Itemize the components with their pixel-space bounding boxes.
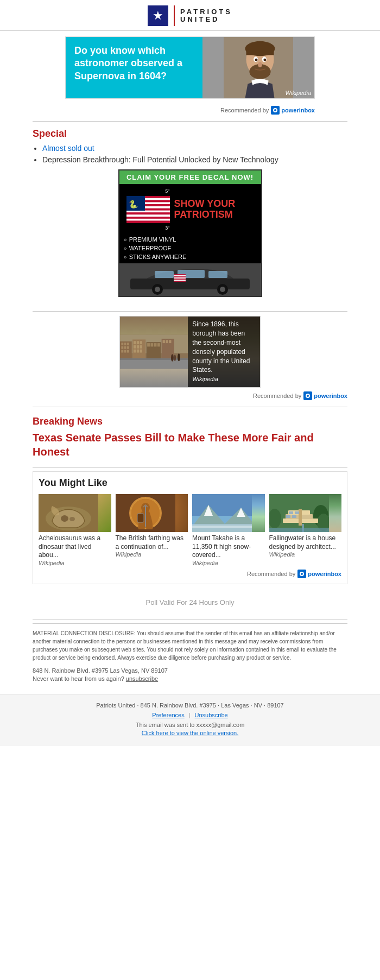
footer-preferences-link[interactable]: Preferences [152,712,184,718]
might-like-desc-3: Mount Takahe is a 11,350 ft high snow-co… [192,534,265,560]
svg-point-72 [171,354,174,361]
svg-point-78 [69,517,75,521]
svg-rect-43 [124,343,126,345]
might-like-item-3[interactable]: Mount Takahe is a 11,350 ft high snow-co… [192,494,265,566]
top-ad-text-area: Do you know which astronomer observed a … [66,37,202,98]
svg-rect-67 [163,340,165,343]
svg-rect-57 [140,345,142,349]
special-title: Special [33,128,347,140]
might-like-source-3: Wikipedia [192,560,265,566]
decal-ad[interactable]: CLAIM YOUR FREE DECAL NOW! 5" [33,169,347,297]
disclosure-unsub-link[interactable]: unsubscribe [126,675,158,682]
svg-rect-44 [127,343,129,345]
top-ad-banner[interactable]: Do you know which astronomer observed a … [65,36,315,99]
header: ★ PATRIOTS UNITED [0,0,380,31]
decal-flag-area: 5" [124,188,170,231]
decal-feature-3: STICKS ANYWHERE [124,252,257,261]
recommended-text: Recommended by [220,107,269,113]
svg-rect-55 [134,345,136,349]
divider-3 [33,407,347,407]
breaking-news-link[interactable]: Texas Senate Passes Bill to Make These M… [33,432,314,458]
might-like-title: You Might Like [39,477,341,489]
footer-unsubscribe-link[interactable]: Unsubscribe [195,712,228,718]
svg-rect-46 [124,346,126,349]
special-link-1[interactable]: Almost sold out [42,144,94,153]
svg-rect-22 [126,219,170,221]
svg-rect-49 [124,350,126,353]
svg-point-32 [155,287,160,292]
house-illustration [269,494,329,532]
footer-brand-line: Patriots United · 845 N. Rainbow Blvd. #… [33,702,347,709]
borough-caption: Since 1896, this borough has been the se… [188,317,260,387]
borough-powerinbox-text: powerinbox [314,393,347,399]
might-like-img-1 [39,494,111,532]
svg-rect-4 [246,49,274,55]
svg-point-86 [154,500,155,502]
svg-point-85 [144,497,146,499]
borough-ad[interactable]: Since 1896, this borough has been the se… [0,316,380,388]
might-like-source-2: Wikipedia [116,551,188,558]
decal-size-bottom: 3" [165,225,169,231]
decal-size-top: 5" [165,188,169,194]
svg-point-87 [159,508,161,510]
svg-rect-38 [174,280,186,281]
disclosure-text: MATERIAL CONNECTION DISCLOSURE: You shou… [33,629,347,662]
star-box: ★ [148,5,168,26]
might-like-item-2[interactable]: The British farthing was a continuation … [116,494,188,566]
borough-powerinbox-icon [303,391,312,400]
svg-rect-54 [140,341,142,344]
svg-rect-45 [121,346,123,349]
borough-illustration [120,317,188,387]
svg-text:🐍: 🐍 [129,200,138,209]
breaking-news-headline[interactable]: Texas Senate Passes Bill to Make These M… [33,431,347,459]
svg-point-34 [220,287,225,292]
footer: Patriots United · 845 N. Rainbow Blvd. #… [0,694,380,746]
might-like-powerinbox-logo: powerinbox [297,570,341,578]
might-like-powerinbox-text: powerinbox [308,571,341,577]
svg-point-90 [144,528,146,529]
footer-view-online-link[interactable]: Click here to view the online version. [142,730,239,736]
might-like-item-1[interactable]: Achelousaurus was a dinosaur that lived … [39,494,111,566]
svg-rect-62 [147,343,150,346]
disclosure-section: MATERIAL CONNECTION DISCLOSURE: You shou… [33,623,347,686]
decal-tagline: SHOW YOUR PATRIOTISM [174,199,257,220]
powerinbox-icon-inner [273,108,277,112]
svg-point-89 [154,525,155,527]
svg-rect-28 [155,271,174,278]
mountain-illustration [192,494,252,532]
svg-rect-64 [154,343,157,346]
svg-rect-23 [126,221,170,223]
brand-logo: ★ PATRIOTS UNITED [148,5,232,26]
powerinbox-logo: powerinbox [271,106,315,115]
svg-rect-53 [137,341,139,344]
svg-rect-65 [157,343,160,346]
svg-point-8 [255,59,258,61]
svg-rect-112 [286,515,290,518]
svg-rect-52 [134,341,136,344]
svg-point-77 [61,515,68,522]
svg-point-9 [263,59,266,61]
special-item-1[interactable]: Almost sold out [42,144,347,153]
top-ad-source: Wikipedia [285,90,311,96]
svg-rect-101 [192,526,252,528]
svg-rect-42 [121,343,123,345]
might-like-item-4[interactable]: Fallingwater is a house designed by arch… [269,494,342,566]
might-like-img-3 [192,494,265,532]
might-like-desc-1: Achelousaurus was a dinosaur that lived … [39,534,111,560]
svg-rect-36 [174,275,186,276]
might-like-recommended: Recommended by powerinbox [39,566,341,579]
svg-point-88 [159,517,161,519]
divider-5 [33,619,347,620]
borough-source: Wikipedia [192,376,218,382]
decal-features: PREMIUM VINYL WATERPROOF STICKS ANYWHERE [119,235,261,263]
svg-rect-84 [137,514,144,522]
might-like-desc-4: Fallingwater is a house designed by arch… [269,534,342,551]
svg-point-93 [130,508,131,510]
special-text-2: Depression Breakthrough: Full Potential … [42,155,278,164]
svg-point-74 [178,353,180,361]
divider-2 [33,311,347,312]
special-item-2: Depression Breakthrough: Full Potential … [42,155,347,164]
dino-illustration [39,494,98,532]
poll-valid-text: Poll Valid For 24 Hours Only [145,598,234,606]
disclosure-unsub-text: Never want to hear from us again? [33,675,124,682]
